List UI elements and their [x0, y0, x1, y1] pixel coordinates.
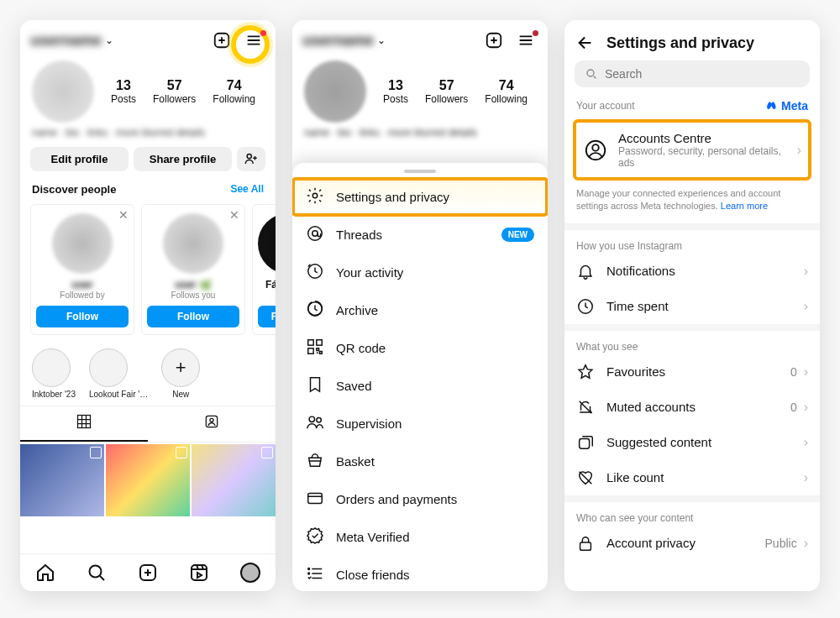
close-icon[interactable]: ✕ [229, 208, 239, 222]
section-how-you-use: How you use Instagram [564, 232, 820, 254]
sheet-grabber[interactable] [404, 170, 436, 173]
reels-icon[interactable] [189, 563, 209, 583]
create-icon[interactable] [138, 563, 158, 583]
follow-button[interactable]: Follow [36, 306, 129, 327]
profile-bio: name · bio · links · more blurred detail… [20, 123, 276, 147]
search-input[interactable] [605, 67, 800, 81]
follow-button[interactable]: Follow [147, 306, 239, 327]
leaf-icon: 🌿 [199, 280, 212, 291]
svg-point-10 [308, 227, 323, 241]
lock-icon [576, 534, 595, 553]
tab-tagged[interactable] [148, 406, 276, 442]
screen-profile: username ⌄ 13Posts 57Followers 74Followi… [20, 20, 276, 591]
menu-item-supervision[interactable]: Supervision [292, 405, 548, 443]
post-thumbnail[interactable] [106, 444, 190, 516]
item-muted-accounts[interactable]: Muted accounts 0› [564, 390, 820, 425]
tab-grid[interactable] [20, 406, 148, 442]
heart-off-icon [576, 469, 595, 487]
section-who-can-see: Who can see your content [564, 504, 820, 526]
people-icon [306, 413, 324, 434]
home-icon[interactable] [35, 563, 55, 583]
profile-avatar[interactable] [32, 60, 94, 123]
section-your-account: Your account [576, 100, 635, 112]
item-like-count[interactable]: Like count › [564, 460, 820, 495]
star-icon [576, 363, 595, 381]
person-circle-icon [583, 138, 608, 163]
edit-profile-button[interactable]: Edit profile [30, 147, 129, 171]
svg-rect-14 [308, 340, 313, 345]
person-tag-icon [203, 413, 220, 430]
page-title: Settings and privacy [606, 34, 754, 52]
menu-item-threads[interactable]: ThreadsNEW [292, 216, 548, 254]
menu-item-archive[interactable]: Archive [292, 291, 548, 329]
svg-rect-2 [78, 415, 91, 427]
discover-card[interactable]: Fa Fát... Fo [252, 204, 276, 335]
bell-icon [576, 262, 595, 280]
discover-card[interactable]: ✕ user 🌿 Follows you Follow [141, 204, 245, 335]
svg-point-20 [308, 568, 310, 570]
verified-icon [306, 526, 324, 547]
svg-rect-26 [580, 438, 590, 448]
discover-people-title: Discover people [32, 183, 116, 196]
menu-item-saved[interactable]: Saved [292, 367, 548, 405]
accounts-help-text: Manage your connected experiences and ac… [564, 181, 820, 223]
search-icon[interactable] [87, 563, 107, 583]
discover-card[interactable]: ✕ user Followed by Follow [30, 204, 134, 335]
svg-point-1 [247, 154, 251, 159]
story-highlights: Inktober '23 Lookout Fair '… +New [20, 343, 276, 404]
back-arrow-icon[interactable] [576, 34, 595, 52]
close-icon[interactable]: ✕ [118, 208, 129, 222]
menu-item-your-activity[interactable]: Your activity [292, 254, 548, 291]
chevron-down-icon: ⌄ [105, 34, 113, 46]
highlight-item[interactable]: Lookout Fair '… [89, 348, 148, 399]
accounts-centre-card[interactable]: Accounts Centre Password, security, pers… [573, 119, 811, 181]
nav-profile-avatar[interactable] [240, 563, 260, 583]
profile-stats-row: 13Posts 57Followers 74Following [20, 55, 276, 123]
menu-item-close-friends[interactable]: Close friends [292, 556, 548, 591]
menu-item-meta-verified[interactable]: Meta Verified [292, 518, 548, 556]
basket-icon [306, 451, 324, 472]
item-time-spent[interactable]: Time spent › [564, 289, 820, 324]
highlight-item[interactable]: Inktober '23 [32, 348, 76, 399]
menu-item-qr-code[interactable]: QR code [292, 329, 548, 367]
new-badge: NEW [501, 228, 534, 242]
plus-icon: + [176, 357, 186, 379]
svg-point-9 [312, 193, 318, 198]
person-plus-icon [244, 151, 259, 166]
hamburger-menu-button[interactable] [242, 29, 265, 52]
search-icon [585, 67, 598, 81]
posts-grid[interactable] [20, 443, 276, 516]
follow-button[interactable]: Fo [258, 306, 276, 327]
learn-more-link[interactable]: Learn more [721, 201, 768, 211]
svg-point-21 [308, 573, 310, 574]
settings-search[interactable] [575, 60, 810, 87]
bookmark-icon [306, 375, 324, 396]
post-thumbnail[interactable] [192, 444, 276, 516]
menu-item-settings-and-privacy[interactable]: Settings and privacy [292, 178, 548, 216]
discover-cards[interactable]: ✕ user Followed by Follow ✕ user 🌿 Follo… [20, 199, 276, 343]
username-dropdown[interactable]: username ⌄ [30, 32, 113, 50]
notification-dot [260, 30, 266, 36]
svg-rect-15 [317, 340, 322, 345]
post-thumbnail[interactable] [20, 444, 104, 516]
stat-followers[interactable]: 57Followers [153, 78, 196, 105]
highlight-new[interactable]: +New [161, 348, 200, 399]
archive-icon [306, 300, 324, 321]
bottom-nav [20, 553, 276, 591]
create-post-button[interactable] [210, 29, 234, 52]
share-profile-button[interactable]: Share profile [134, 147, 232, 171]
menu-item-basket[interactable]: Basket [292, 443, 548, 480]
discover-people-icon-button[interactable] [237, 147, 265, 171]
see-all-link[interactable]: See All [230, 183, 264, 195]
stat-posts[interactable]: 13Posts [111, 78, 136, 105]
item-suggested-content[interactable]: Suggested content › [564, 425, 820, 460]
svg-point-5 [90, 566, 102, 578]
item-notifications[interactable]: Notifications › [564, 254, 820, 289]
svg-point-22 [587, 70, 594, 76]
qr-icon [306, 338, 324, 359]
stat-following[interactable]: 74Following [213, 78, 255, 105]
menu-item-orders-and-payments[interactable]: Orders and payments [292, 480, 548, 518]
item-account-privacy[interactable]: Account privacy Public› [564, 526, 820, 561]
chevron-right-icon: › [797, 143, 801, 158]
item-favourites[interactable]: Favourites 0› [564, 354, 820, 390]
